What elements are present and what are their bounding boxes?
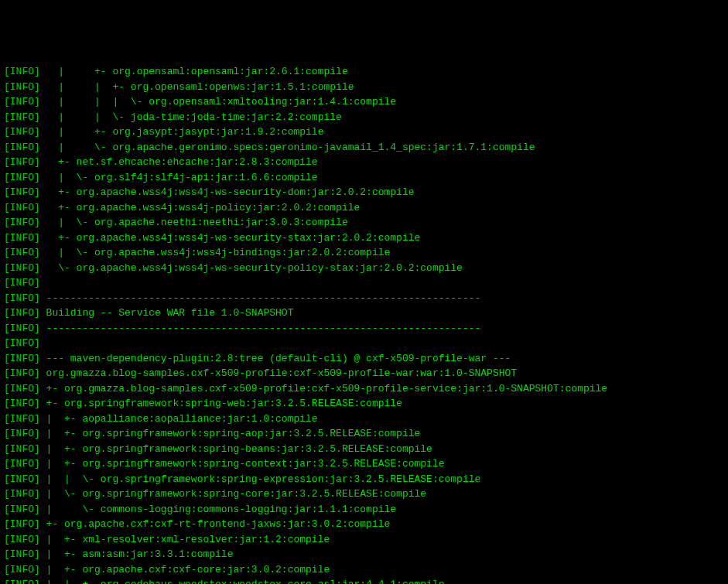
log-prefix: [INFO] [4, 579, 40, 584]
log-prefix: [INFO] [4, 337, 40, 349]
log-prefix: [INFO] [4, 534, 40, 545]
log-line: [INFO] | +- xml-resolver:xml-resolver:ja… [4, 532, 724, 548]
log-content: | | +- org.codehaus.woodstox:woodstox-co… [40, 579, 445, 584]
log-content: +- org.gmazza.blog-samples.cxf-x509-prof… [40, 383, 607, 394]
log-prefix: [INFO] [4, 247, 40, 258]
log-prefix: [INFO] [4, 217, 40, 228]
log-content: org.gmazza.blog-samples.cxf-x509-profile… [40, 367, 517, 379]
log-prefix: [INFO] [4, 353, 40, 364]
log-line: [INFO] | | \- joda-time:joda-time:jar:2.… [4, 110, 724, 125]
log-prefix: [INFO] [4, 186, 40, 198]
log-content: | | \- org.springframework:spring-expres… [40, 473, 481, 485]
log-content [40, 277, 481, 289]
log-prefix: [INFO] [4, 232, 40, 244]
log-prefix: [INFO] [4, 277, 40, 289]
log-content: | +- org.springframework:spring-beans:ja… [40, 443, 432, 455]
log-content: ----------------------------------------… [40, 292, 481, 304]
log-line: [INFO] | +- org.springframework:spring-c… [4, 456, 724, 472]
log-content: | \- commons-logging:commons-logging:jar… [40, 504, 396, 515]
log-content: | \- org.apache.geronimo.specs:geronimo-… [40, 142, 535, 153]
log-prefix: [INFO] [4, 518, 40, 530]
log-content: | +- org.opensaml:opensaml:jar:2.6.1:com… [40, 66, 348, 77]
log-content: | +- org.springframework:spring-aop:jar:… [40, 428, 420, 439]
log-line: [INFO] +- net.sf.ehcache:ehcache:jar:2.8… [4, 155, 724, 170]
log-content: | +- org.apache.cxf:cxf-core:jar:3.0.2:c… [40, 564, 330, 575]
log-content: | +- xml-resolver:xml-resolver:jar:1.2:c… [40, 534, 330, 545]
log-content: +- org.apache.wss4j:wss4j-policy:jar:2.0… [40, 202, 360, 213]
log-content: +- net.sf.ehcache:ehcache:jar:2.8.3:comp… [40, 156, 318, 168]
log-prefix: [INFO] [4, 172, 40, 183]
log-content: +- org.apache.cxf:cxf-rt-frontend-jaxws:… [40, 518, 390, 530]
log-line: [INFO] | | +- org.codehaus.woodstox:wood… [4, 577, 724, 584]
log-prefix: [INFO] [4, 142, 40, 153]
log-line: [INFO] org.gmazza.blog-samples.cxf-x509-… [4, 366, 724, 381]
log-prefix: [INFO] [4, 548, 40, 560]
log-line: [INFO] | +- org.jasypt:jasypt:jar:1.9.2:… [4, 125, 724, 140]
log-line: [INFO] | +- org.springframework:spring-a… [4, 426, 724, 442]
log-line: [INFO] | | \- org.springframework:spring… [4, 472, 724, 487]
log-line: [INFO] | \- org.apache.neethi:neethi:jar… [4, 215, 724, 231]
log-prefix: [INFO] [4, 66, 40, 77]
log-content: | | +- org.opensaml:openws:jar:1.5.1:com… [40, 81, 354, 93]
log-line: [INFO] | +- aopalliance:aopalliance:jar:… [4, 412, 724, 427]
log-prefix: [INFO] [4, 307, 40, 319]
log-prefix: [INFO] [4, 458, 40, 470]
log-content: +- org.springframework:spring-web:jar:3.… [40, 398, 402, 409]
log-line: [INFO] | \- org.slf4j:slf4j-api:jar:1.6.… [4, 170, 724, 186]
log-content: | \- org.apache.neethi:neethi:jar:3.0.3:… [40, 217, 348, 228]
log-content: ----------------------------------------… [40, 323, 481, 334]
log-line: [INFO] --- maven-dependency-plugin:2.8:t… [4, 351, 724, 367]
log-prefix: [INFO] [4, 111, 40, 123]
log-content: +- org.apache.wss4j:wss4j-ws-security-st… [40, 232, 420, 244]
log-prefix: [INFO] [4, 367, 40, 379]
log-prefix: [INFO] [4, 202, 40, 213]
log-content: | | | \- org.opensaml:xmltooling:jar:1.4… [40, 96, 396, 108]
terminal-output: [INFO] | +- org.opensaml:opensaml:jar:2.… [4, 64, 724, 584]
log-line: [INFO] | +- org.springframework:spring-b… [4, 442, 724, 457]
log-line: [INFO] [4, 275, 724, 291]
log-content: | | \- joda-time:joda-time:jar:2.2:compi… [40, 111, 342, 123]
log-prefix: [INFO] [4, 413, 40, 425]
log-content: | \- org.apache.wss4j:wss4j-bindings:jar… [40, 247, 390, 258]
log-content: +- org.apache.wss4j:wss4j-ws-security-do… [40, 186, 415, 198]
log-line: [INFO] | \- commons-logging:commons-logg… [4, 502, 724, 517]
log-prefix: [INFO] [4, 126, 40, 138]
log-line: [INFO] | \- org.apache.wss4j:wss4j-bindi… [4, 245, 724, 261]
log-line: [INFO] | +- org.opensaml:opensaml:jar:2.… [4, 64, 724, 80]
log-line: [INFO] +- org.apache.wss4j:wss4j-ws-secu… [4, 185, 724, 200]
log-line: [INFO] Building -- Service WAR file 1.0-… [4, 306, 724, 321]
log-content: | \- org.springframework:spring-core:jar… [40, 488, 426, 500]
log-prefix: [INFO] [4, 81, 40, 93]
log-line: [INFO] | +- asm:asm:jar:3.3.1:compile [4, 547, 724, 562]
log-prefix: [INFO] [4, 398, 40, 409]
log-prefix: [INFO] [4, 443, 40, 455]
log-content: | \- org.slf4j:slf4j-api:jar:1.6.6:compi… [40, 172, 318, 183]
log-content: Building -- Service WAR file 1.0-SNAPSHO… [40, 307, 294, 319]
log-prefix: [INFO] [4, 323, 40, 334]
log-line: [INFO] | +- org.apache.cxf:cxf-core:jar:… [4, 562, 724, 578]
log-line: [INFO] ---------------------------------… [4, 291, 724, 306]
log-prefix: [INFO] [4, 156, 40, 168]
log-line: [INFO] | \- org.springframework:spring-c… [4, 487, 724, 502]
log-line: [INFO] | \- org.apache.geronimo.specs:ge… [4, 140, 724, 155]
log-content: --- maven-dependency-plugin:2.8:tree (de… [40, 353, 511, 364]
log-content: | +- asm:asm:jar:3.3.1:compile [40, 548, 234, 560]
log-line: [INFO] [4, 336, 724, 351]
log-line: [INFO] +- org.apache.wss4j:wss4j-policy:… [4, 200, 724, 216]
log-prefix: [INFO] [4, 428, 40, 439]
log-line: [INFO] \- org.apache.wss4j:wss4j-ws-secu… [4, 261, 724, 276]
log-content: | +- org.springframework:spring-context:… [40, 458, 445, 470]
log-line: [INFO] ---------------------------------… [4, 321, 724, 336]
log-prefix: [INFO] [4, 564, 40, 575]
log-prefix: [INFO] [4, 473, 40, 485]
log-prefix: [INFO] [4, 292, 40, 304]
log-prefix: [INFO] [4, 262, 40, 274]
log-line: [INFO] +- org.apache.cxf:cxf-rt-frontend… [4, 517, 724, 532]
log-content: \- org.apache.wss4j:wss4j-ws-security-po… [40, 262, 463, 274]
log-content [40, 337, 481, 349]
log-content: | +- org.jasypt:jasypt:jar:1.9.2:compile [40, 126, 324, 138]
log-line: [INFO] | | | \- org.opensaml:xmltooling:… [4, 94, 724, 110]
log-prefix: [INFO] [4, 488, 40, 500]
log-prefix: [INFO] [4, 504, 40, 515]
log-line: [INFO] +- org.gmazza.blog-samples.cxf-x5… [4, 381, 724, 397]
